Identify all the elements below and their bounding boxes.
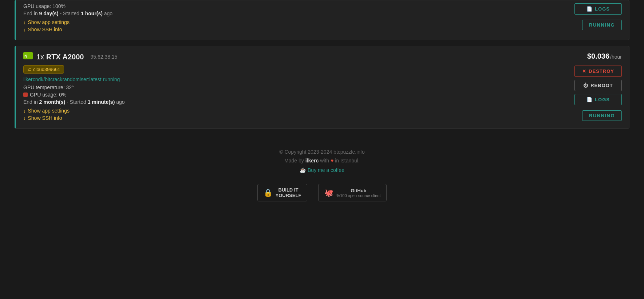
status-badge-main: RUNNING xyxy=(582,110,622,121)
usage-dot-red xyxy=(23,93,28,97)
instance-card-rtx-a2000: N 1x RTX A2000 95.62.38.15 🏷 cloud399661… xyxy=(15,46,629,129)
buy-coffee-link[interactable]: ☕ Buy me a coffee xyxy=(300,167,344,173)
destroy-button[interactable]: ✕ DESTROY xyxy=(574,66,622,77)
reboot-icon: ⏻ xyxy=(583,83,588,88)
end-line-main: End in 2 month(s) - Started 1 minute(s) … xyxy=(23,99,556,105)
gpu-temp-line: GPU temperature: 32° xyxy=(23,84,556,90)
status-badge-partial: RUNNING xyxy=(582,20,622,30)
footer: © Copyright 2023-2024 btcpuzzle.info Mad… xyxy=(15,134,629,212)
destroy-icon: ✕ xyxy=(582,68,586,74)
github-logo: 🐙 GitHub %100 open-source client xyxy=(318,184,387,201)
logs-button-main[interactable]: 📄 LOGS xyxy=(574,94,622,105)
reboot-button[interactable]: ⏻ REBOOT xyxy=(574,80,622,91)
show-ssh-info-link-main[interactable]: ↓ Show SSH info xyxy=(23,115,556,121)
gpu-title: 1x RTX A2000 xyxy=(36,53,84,61)
tag-icon: 🏷 xyxy=(27,67,31,72)
logs-button-partial[interactable]: 📄 LOGS xyxy=(574,3,622,15)
end-line-partial: End in 9 day(s) - Started 1 hour(s) ago xyxy=(23,11,556,16)
gpu-ip: 95.62.38.15 xyxy=(90,54,117,60)
nvidia-icon: N xyxy=(23,52,33,62)
container-link[interactable]: ilkercndk/bitcrackrandomiser:latest runn… xyxy=(23,76,556,82)
arrow-down-icon-2: ↓ xyxy=(23,27,26,32)
show-ssh-info-link-partial[interactable]: ↓ Show SSH info xyxy=(23,27,556,32)
arrow-down-icon-4: ↓ xyxy=(23,115,26,121)
svg-text:N: N xyxy=(24,54,27,58)
build-it-yourself-logo: 🔒 BUILD IT YOURSELF xyxy=(257,184,308,201)
arrow-down-icon-3: ↓ xyxy=(23,108,26,114)
logs-icon: 📄 xyxy=(586,6,593,12)
price-value: $0.036 xyxy=(587,52,609,60)
logs-icon-2: 📄 xyxy=(586,97,593,102)
tag-badge: 🏷 cloud399661 xyxy=(23,65,64,74)
github-icon: 🐙 xyxy=(324,188,333,197)
show-app-settings-link-partial[interactable]: ↓ Show app settings xyxy=(23,19,556,25)
instance-card-partial: GPU usage: 100% End in 9 day(s) - Starte… xyxy=(15,0,629,40)
footer-copyright: © Copyright 2023-2024 btcpuzzle.info xyxy=(15,149,629,155)
show-app-settings-link-main[interactable]: ↓ Show app settings xyxy=(23,108,556,114)
coffee-icon: ☕ xyxy=(300,167,306,173)
price-unit: /hour xyxy=(610,54,622,60)
arrow-down-icon: ↓ xyxy=(23,20,26,25)
gpu-usage-line: GPU usage: 0% xyxy=(23,92,556,98)
lock-icon: 🔒 xyxy=(264,188,273,197)
gpu-usage-partial: GPU usage: 100% xyxy=(23,3,66,9)
footer-made: Made by ilkerc with ♥ in Istanbul. xyxy=(15,158,629,164)
heart-icon: ♥ xyxy=(331,158,335,164)
gpu-usage-text: GPU usage: 0% xyxy=(30,92,66,98)
footer-logos: 🔒 BUILD IT YOURSELF 🐙 GitHub %100 open-s… xyxy=(15,184,629,201)
